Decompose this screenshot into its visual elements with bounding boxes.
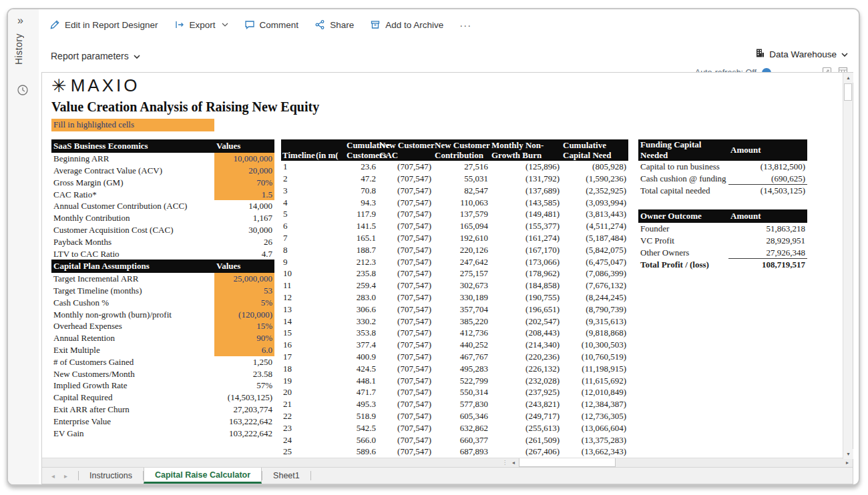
share-button[interactable]: Share <box>314 19 354 30</box>
cell-label[interactable]: Average Contract Value (ACV) <box>51 165 214 177</box>
cell-value[interactable]: (707,547) <box>378 161 433 173</box>
cell-empty[interactable] <box>314 244 347 256</box>
cell-value[interactable]: 495,283 <box>433 363 490 375</box>
cell-value[interactable]: 51,863,218 <box>728 223 807 235</box>
more-options-button[interactable]: ··· <box>459 19 471 31</box>
cell-label[interactable]: Exit Multiple <box>51 344 214 356</box>
cell-value[interactable]: 518.9 <box>347 410 378 422</box>
cell-empty[interactable] <box>314 304 347 316</box>
column-header[interactable]: CumulativeCapital Need <box>562 139 628 161</box>
cell-empty[interactable] <box>314 196 347 208</box>
cell-value[interactable]: 467,767 <box>433 351 490 363</box>
cell-value[interactable]: (707,547) <box>378 185 433 197</box>
cell-value[interactable]: 495.3 <box>347 398 378 410</box>
cell-label[interactable]: Total capital needed <box>638 185 728 197</box>
cell-timeline[interactable]: 15 <box>281 327 314 339</box>
cell-value[interactable]: (13,662,343) <box>562 446 628 458</box>
cell-timeline[interactable]: 16 <box>281 339 314 351</box>
cell-value[interactable]: (190,755) <box>490 292 562 304</box>
cell-value[interactable]: 108,719,517 <box>728 259 807 271</box>
cell-value[interactable]: 55,031 <box>433 173 490 185</box>
cell-value[interactable]: (707,547) <box>378 374 433 386</box>
cell-value[interactable]: (707,547) <box>378 386 433 398</box>
cell-label[interactable]: Cash cushion @ funding <box>638 173 728 185</box>
cell-value[interactable]: (707,547) <box>378 304 433 316</box>
cell-empty[interactable] <box>314 410 347 422</box>
column-header[interactable]: (in m( <box>314 139 347 161</box>
cell-value[interactable]: (155,377) <box>490 220 562 232</box>
cell-value[interactable]: (196,651) <box>490 304 562 316</box>
cell-timeline[interactable]: 13 <box>281 304 314 316</box>
cell-value[interactable]: 110,063 <box>433 196 490 208</box>
cell-label[interactable]: Other Owners <box>638 247 728 259</box>
cell-value[interactable]: (226,132) <box>490 363 562 375</box>
cell-label[interactable]: Enterprise Value <box>51 416 214 428</box>
cell-value[interactable]: 26 <box>214 236 274 248</box>
cell-empty[interactable] <box>314 256 347 268</box>
cell-value[interactable]: 283.0 <box>347 292 378 304</box>
cell-value[interactable]: 23.6 <box>347 161 378 173</box>
cell-value[interactable]: (707,547) <box>378 268 433 280</box>
cell-value[interactable]: (255,613) <box>490 422 562 434</box>
cell-empty[interactable] <box>314 208 347 220</box>
cell-value[interactable]: 165.1 <box>347 232 378 244</box>
table-header[interactable]: Capital Plan Assumptions <box>51 260 214 273</box>
scroll-right-button[interactable]: ▸ <box>842 458 853 467</box>
cell-value[interactable]: (707,547) <box>378 280 433 292</box>
cell-value[interactable]: 424.5 <box>347 363 378 375</box>
cell-value[interactable]: 14,000 <box>214 200 274 212</box>
comment-button[interactable]: Comment <box>244 19 299 30</box>
cell-value[interactable]: 471.7 <box>347 386 378 398</box>
table-header[interactable]: Values <box>214 139 274 153</box>
cell-value[interactable]: 605,346 <box>433 410 490 422</box>
cell-value[interactable]: (9,315,613) <box>562 315 628 327</box>
cell-value[interactable]: (208,443) <box>490 327 562 339</box>
export-button[interactable]: Export <box>174 19 228 30</box>
data-source-dropdown[interactable]: Data Warehouse <box>754 48 848 60</box>
cell-label[interactable]: CAC Ratio* <box>51 188 214 200</box>
cell-value[interactable]: 192,610 <box>433 232 490 244</box>
cell-empty[interactable] <box>314 363 347 375</box>
cell-value[interactable]: (707,547) <box>378 232 433 244</box>
cell-value[interactable]: (707,547) <box>378 208 433 220</box>
cell-value[interactable]: (232,028) <box>490 374 562 386</box>
cell-value[interactable]: (707,547) <box>378 315 433 327</box>
cell-value[interactable]: 353.8 <box>347 327 378 339</box>
cell-value[interactable]: (261,509) <box>490 434 562 446</box>
cell-timeline[interactable]: 12 <box>281 292 314 304</box>
cell-value[interactable]: 30,000 <box>214 224 274 236</box>
cell-timeline[interactable]: 11 <box>281 280 314 292</box>
cell-value[interactable]: (707,547) <box>378 434 433 446</box>
cell-value[interactable]: (249,717) <box>490 410 562 422</box>
column-header[interactable]: Timeline <box>281 139 314 161</box>
cell-value[interactable]: (137,689) <box>490 185 562 197</box>
cell-empty[interactable] <box>314 315 347 327</box>
cell-value[interactable]: (12,010,849) <box>562 386 628 398</box>
cell-value[interactable]: (267,406) <box>490 446 562 458</box>
cell-label[interactable]: Cash Cushon % <box>51 297 214 309</box>
scroll-down-button[interactable]: ▾ <box>843 449 853 459</box>
cell-empty[interactable] <box>314 280 347 292</box>
cell-value[interactable]: (120,000) <box>214 308 274 320</box>
cell-empty[interactable] <box>314 268 347 280</box>
cell-value[interactable]: (707,547) <box>378 363 433 375</box>
cell-value[interactable]: (13,812,500) <box>728 161 807 173</box>
cell-timeline[interactable]: 24 <box>281 434 314 446</box>
cell-value[interactable]: (149,481) <box>490 208 562 220</box>
table-header[interactable]: Values <box>214 260 274 273</box>
cell-value[interactable]: (707,547) <box>378 446 433 458</box>
cell-value[interactable]: (125,896) <box>490 161 562 173</box>
cell-value[interactable]: (14,503,125) <box>214 392 274 404</box>
history-clock-icon[interactable] <box>17 84 29 99</box>
cell-value[interactable]: 550,314 <box>433 386 490 398</box>
cell-value[interactable]: (707,547) <box>378 292 433 304</box>
cell-label[interactable]: EV Gain <box>51 427 214 439</box>
cell-value[interactable]: 212.3 <box>347 256 378 268</box>
cell-timeline[interactable]: 7 <box>281 232 314 244</box>
cell-timeline[interactable]: 19 <box>281 374 314 386</box>
cell-value[interactable]: (707,547) <box>378 196 433 208</box>
cell-value[interactable]: 27,516 <box>433 161 490 173</box>
cell-value[interactable]: 1,250 <box>214 356 274 368</box>
cell-label[interactable]: Monthly Contribution <box>51 212 214 224</box>
cell-timeline[interactable]: 14 <box>281 315 314 327</box>
